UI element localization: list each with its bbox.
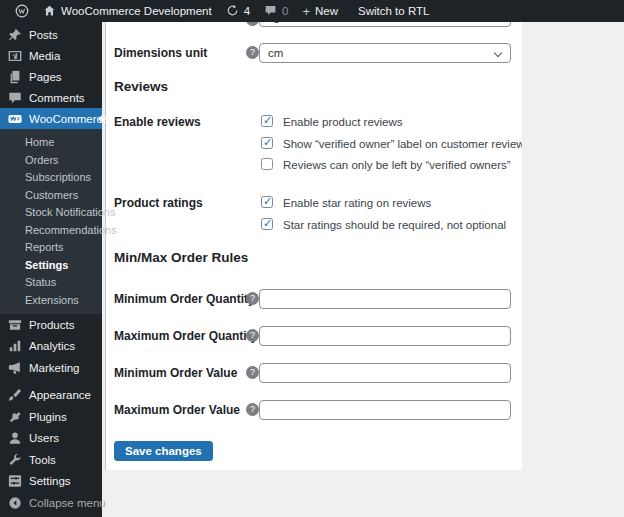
collapse-arrow-icon	[8, 496, 22, 510]
minimum-order-value-input[interactable]	[259, 363, 511, 383]
minmax-section-title: Min/Max Order Rules	[114, 250, 248, 265]
help-icon[interactable]: ?	[246, 22, 259, 26]
site-name-link[interactable]: WooCommerce Development	[36, 0, 219, 22]
verified-owners-only-checkbox[interactable]	[261, 158, 273, 170]
pages-icon	[8, 70, 22, 84]
sidebar-item-label: Tools	[29, 454, 56, 466]
help-icon[interactable]: ?	[246, 292, 259, 305]
sidebar-item-label: Plugins	[29, 411, 67, 423]
new-label: New	[315, 5, 338, 17]
dimensions-unit-select[interactable]: cm	[259, 43, 511, 63]
comments-link[interactable]: 0	[257, 0, 295, 22]
sidebar-item-analytics[interactable]: Analytics	[0, 336, 102, 358]
sidebar-item-plugins[interactable]: Plugins	[0, 406, 102, 428]
sidebar-item-label: Products	[29, 319, 74, 331]
checkbox-row: Star ratings should be required, not opt…	[106, 218, 522, 232]
sidebar-sub-stock-notifications[interactable]: Stock Notifications	[0, 204, 102, 222]
chevron-down-icon	[494, 49, 502, 57]
weight-unit-select[interactable]: kg	[259, 22, 511, 27]
collapse-menu-button[interactable]: Collapse menu	[0, 492, 102, 514]
checkbox-row: Enable product reviews	[106, 115, 522, 129]
sidebar-sub-orders[interactable]: Orders	[0, 152, 102, 170]
maximum-order-quantity-input[interactable]	[259, 326, 511, 346]
sidebar-sub-status[interactable]: Status	[0, 274, 102, 292]
updates-link[interactable]: 4	[219, 0, 257, 22]
site-name: WooCommerce Development	[61, 5, 212, 17]
sidebar-item-label: Posts	[29, 29, 58, 41]
sidebar-sub-home[interactable]: Home	[0, 134, 102, 152]
comment-bubble-icon	[264, 4, 278, 18]
verified-owner-label-checkbox[interactable]	[261, 137, 273, 149]
enable-product-reviews-checkbox[interactable]	[261, 115, 273, 127]
sidebar-item-products[interactable]: Products	[0, 314, 102, 336]
comments-count: 0	[282, 5, 288, 17]
help-icon[interactable]: ?	[246, 329, 259, 342]
checkbox-row: Enable star rating on reviews	[106, 196, 522, 210]
home-icon	[43, 4, 57, 18]
sidebar-item-appearance[interactable]: Appearance	[0, 385, 102, 407]
maximum-order-quantity-label: Maximum Order Quantity	[114, 326, 257, 346]
help-icon[interactable]: ?	[246, 366, 259, 379]
sidebar-sub-extensions[interactable]: Extensions	[0, 292, 102, 310]
admin-sidebar: Posts Media Pages Comments WooCommerce H…	[0, 22, 102, 517]
plug-icon	[8, 410, 22, 424]
sidebar-item-label: Marketing	[29, 362, 80, 374]
woocommerce-submenu: Home Orders Subscriptions Customers Stoc…	[0, 129, 102, 314]
plus-icon: +	[302, 4, 310, 19]
enable-star-rating-checkbox[interactable]	[261, 196, 273, 208]
media-icon	[8, 49, 22, 63]
rtl-label: Switch to RTL	[358, 5, 429, 17]
reviews-section-title: Reviews	[114, 79, 168, 94]
sidebar-item-media[interactable]: Media	[0, 45, 102, 66]
checkbox-label: Show “verified owner” label on customer …	[283, 137, 522, 151]
sidebar-item-settings[interactable]: Settings	[0, 471, 102, 493]
dimensions-unit-label: Dimensions unit	[114, 43, 207, 63]
new-content-menu[interactable]: + New	[295, 0, 345, 22]
checkbox-label: Enable product reviews	[283, 115, 403, 129]
sidebar-item-label: Pages	[29, 71, 62, 83]
sidebar-sub-recommendations[interactable]: Recommendations	[0, 222, 102, 240]
megaphone-icon	[8, 361, 22, 375]
star-rating-required-checkbox[interactable]	[261, 218, 273, 230]
checkbox-label: Reviews can only be left by “verified ow…	[283, 158, 511, 172]
sidebar-sub-customers[interactable]: Customers	[0, 187, 102, 205]
wordpress-logo-menu[interactable]	[8, 0, 36, 22]
sidebar-item-posts[interactable]: Posts	[0, 24, 102, 45]
comment-icon	[8, 91, 22, 105]
pin-icon	[8, 28, 22, 42]
sidebar-item-label: WooCommerce	[29, 113, 109, 125]
collapse-menu-label: Collapse menu	[29, 497, 106, 509]
sidebar-item-pages[interactable]: Pages	[0, 66, 102, 87]
minimum-order-value-label: Minimum Order Value	[114, 363, 237, 383]
switch-rtl-link[interactable]: Switch to RTL	[351, 0, 436, 22]
sidebar-item-woocommerce[interactable]: WooCommerce	[0, 108, 102, 129]
settings-form: ? kg Dimensions unit ? cm Reviews Enable…	[105, 22, 522, 470]
wordpress-logo-icon	[15, 4, 29, 18]
updates-count: 4	[244, 5, 250, 17]
help-icon[interactable]: ?	[246, 403, 259, 416]
sidebar-item-label: Settings	[29, 475, 71, 487]
sidebar-item-comments[interactable]: Comments	[0, 87, 102, 108]
help-icon[interactable]: ?	[246, 46, 259, 59]
sidebar-item-tools[interactable]: Tools	[0, 449, 102, 471]
select-value: cm	[268, 47, 283, 59]
bar-chart-icon	[8, 339, 22, 353]
checkbox-row: Reviews can only be left by “verified ow…	[106, 158, 522, 172]
sidebar-item-marketing[interactable]: Marketing	[0, 357, 102, 379]
checkbox-label: Star ratings should be required, not opt…	[283, 218, 506, 232]
sidebar-item-label: Comments	[29, 92, 85, 104]
sidebar-item-label: Appearance	[29, 389, 91, 401]
box-icon	[8, 318, 22, 332]
maximum-order-value-input[interactable]	[259, 400, 511, 420]
sidebar-sub-subscriptions[interactable]: Subscriptions	[0, 169, 102, 187]
sidebar-item-label: Media	[29, 50, 60, 62]
updates-icon	[226, 4, 240, 18]
minimum-order-quantity-input[interactable]	[259, 289, 511, 309]
save-changes-button[interactable]: Save changes	[114, 441, 213, 461]
sidebar-sub-settings[interactable]: Settings	[0, 257, 102, 275]
brush-icon	[8, 388, 22, 402]
wrench-icon	[8, 453, 22, 467]
sidebar-sub-reports[interactable]: Reports	[0, 239, 102, 257]
sidebar-item-users[interactable]: Users	[0, 428, 102, 450]
minimum-order-quantity-label: Minimum Order Quantity	[114, 289, 255, 309]
